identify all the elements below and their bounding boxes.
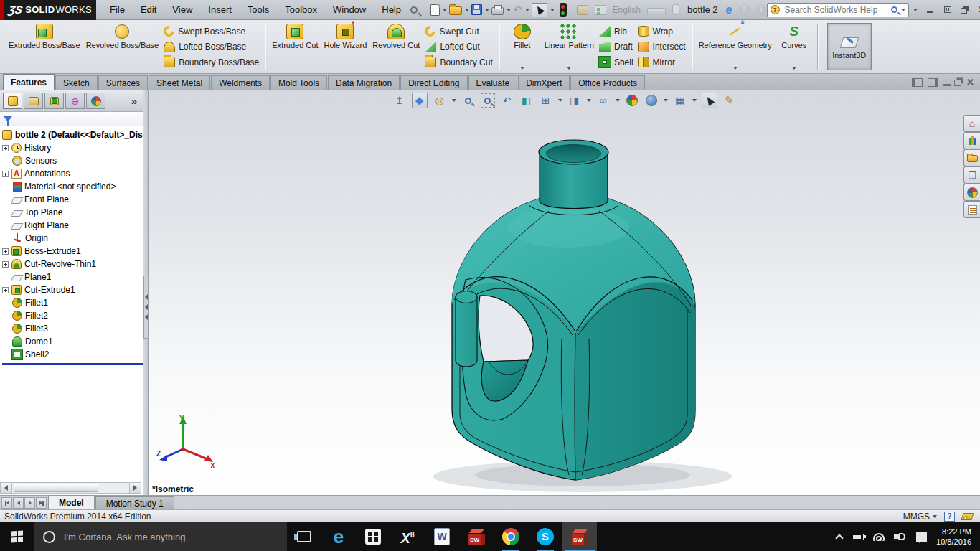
- instant3d-button[interactable]: Instant3D: [827, 23, 872, 70]
- curves-caret[interactable]: [792, 67, 796, 70]
- fillet-caret[interactable]: [520, 67, 524, 70]
- view-settings-icon[interactable]: ▦: [673, 93, 687, 108]
- tree-item-plane1[interactable]: Plane1: [2, 270, 143, 283]
- tab-features[interactable]: Features: [3, 74, 55, 90]
- resources-tab[interactable]: ⌂: [963, 115, 980, 132]
- skype-button[interactable]: S: [528, 522, 562, 551]
- tree-item-shell2[interactable]: Shell2: [2, 348, 143, 361]
- expand-toggle[interactable]: [2, 287, 9, 293]
- display-style-icon[interactable]: ◨: [567, 93, 582, 108]
- view-settings-caret[interactable]: [692, 99, 697, 102]
- edit-appearance-icon[interactable]: [625, 93, 639, 108]
- sketch-icon[interactable]: ✎: [722, 93, 737, 108]
- help-search-input[interactable]: [783, 4, 887, 16]
- panel-horizontal-scrollbar[interactable]: [0, 482, 141, 494]
- linear-pattern-caret[interactable]: [567, 67, 571, 70]
- select-dropdown-caret[interactable]: [550, 9, 555, 11]
- display-manager-tab[interactable]: [86, 93, 105, 109]
- wifi-icon[interactable]: [873, 533, 885, 541]
- traffic-light-icon[interactable]: [560, 3, 567, 17]
- view-orientation-caret[interactable]: [558, 99, 562, 102]
- cortana-input[interactable]: [62, 531, 278, 543]
- menu-view[interactable]: View: [164, 0, 200, 19]
- prev-tab-button[interactable]: [13, 497, 24, 509]
- tree-item-fillet1[interactable]: Fillet1: [2, 296, 143, 309]
- scrollbar-thumb[interactable]: [14, 484, 98, 492]
- undo-dropdown-caret[interactable]: [525, 9, 529, 11]
- close-button[interactable]: ✕: [975, 4, 980, 16]
- save-dropdown-caret[interactable]: [485, 9, 489, 11]
- tab-weldments[interactable]: Weldments: [211, 75, 270, 90]
- units-selector[interactable]: MMGS: [903, 512, 937, 522]
- rollback-bar[interactable]: [2, 363, 143, 365]
- revolved-cut-button[interactable]: Revolved Cut: [370, 22, 422, 72]
- extruded-boss-button[interactable]: Extruded Boss/Base: [6, 22, 83, 72]
- expand-toggle[interactable]: [2, 248, 9, 255]
- next-tab-button[interactable]: [24, 497, 35, 509]
- model-bottle[interactable]: [428, 123, 737, 495]
- menu-window[interactable]: Window: [325, 0, 374, 19]
- mirror-button[interactable]: Mirror: [638, 55, 686, 70]
- custom-properties-tab[interactable]: [963, 201, 980, 218]
- tag-icon[interactable]: [961, 513, 974, 520]
- hole-wizard-button[interactable]: Hole Wizard: [321, 22, 369, 72]
- configuration-manager-tab[interactable]: [44, 93, 64, 109]
- clock[interactable]: 8:22 PM 10/8/2016: [936, 527, 971, 547]
- help-search-box[interactable]: ?: [767, 3, 909, 17]
- select-tool-button[interactable]: [532, 3, 547, 17]
- reference-geometry-button[interactable]: Reference Geometry: [697, 22, 774, 72]
- doc-close-button[interactable]: ✕: [966, 78, 974, 87]
- swept-boss-button[interactable]: Swept Boss/Base: [164, 24, 259, 39]
- swept-cut-button[interactable]: Swept Cut: [425, 24, 492, 39]
- expand-toggle[interactable]: [2, 145, 9, 151]
- tab-sheet-metal[interactable]: Sheet Metal: [149, 75, 210, 90]
- save-button[interactable]: [471, 4, 482, 15]
- cortana-search-box[interactable]: [34, 522, 287, 551]
- expand-toggle[interactable]: [2, 261, 9, 268]
- dimxpert-manager-tab[interactable]: ⊕: [65, 93, 85, 109]
- rib-button[interactable]: Rib: [599, 24, 633, 39]
- cascade-button[interactable]: [958, 4, 972, 16]
- tab-sketch[interactable]: Sketch: [55, 75, 98, 90]
- tree-root[interactable]: bottle 2 (Default<<Default>_Dis: [2, 128, 143, 141]
- measure-caret[interactable]: [452, 99, 456, 102]
- toggle-left-pane-button[interactable]: [912, 78, 923, 87]
- lofted-boss-button[interactable]: Lofted Boss/Base: [164, 39, 259, 55]
- action-center-icon[interactable]: [916, 532, 927, 542]
- scroll-right-button[interactable]: [129, 483, 141, 493]
- view-cube-icon[interactable]: ◆: [412, 93, 428, 108]
- model-tab[interactable]: Model: [48, 495, 95, 509]
- open-dropdown-caret[interactable]: [465, 9, 469, 11]
- tree-item-cut-revolve-thin1[interactable]: Cut-Revolve-Thin1: [2, 258, 143, 270]
- tab-direct-editing[interactable]: Direct Editing: [400, 75, 467, 90]
- lofted-cut-button[interactable]: Lofted Cut: [425, 39, 492, 55]
- volume-icon[interactable]: [894, 532, 907, 541]
- start-button[interactable]: [0, 522, 34, 551]
- tree-item-origin[interactable]: Origin: [2, 232, 143, 245]
- first-tab-button[interactable]: [1, 497, 12, 509]
- menu-help[interactable]: Help: [374, 0, 409, 19]
- graphics-viewport[interactable]: ↥ ◆ ◎ ↶ ◧ ⊞ ◨ ∞ ▦ ✎: [149, 90, 980, 495]
- search-icon[interactable]: [891, 6, 897, 13]
- tree-item-front-plane[interactable]: Front Plane: [2, 193, 143, 206]
- section-view-icon[interactable]: ◧: [519, 93, 534, 108]
- splitter-grip[interactable]: [143, 276, 149, 339]
- scroll-left-button[interactable]: [1, 483, 12, 493]
- hide-show-items-icon[interactable]: ∞: [596, 93, 611, 108]
- tab-dimxpert[interactable]: DimXpert: [518, 75, 570, 90]
- tab-data-migration[interactable]: Data Migration: [328, 75, 400, 90]
- previous-view-icon[interactable]: ↶: [500, 93, 514, 108]
- tab-surfaces[interactable]: Surfaces: [98, 75, 148, 90]
- apply-scene-caret[interactable]: [664, 99, 668, 102]
- panel-more-chevron[interactable]: »: [131, 95, 140, 107]
- search-scope-caret[interactable]: [901, 9, 905, 11]
- task-view-button[interactable]: [287, 522, 321, 551]
- menu-file[interactable]: File: [102, 0, 133, 19]
- zoom-fit-icon[interactable]: [461, 93, 476, 108]
- view-orientation-icon[interactable]: ⊞: [539, 93, 553, 108]
- tab-mold-tools[interactable]: Mold Tools: [270, 75, 327, 90]
- toggle-right-pane-button[interactable]: [928, 78, 938, 87]
- tree-filter-row[interactable]: [0, 112, 143, 126]
- word-button[interactable]: W: [425, 522, 459, 551]
- edge-button[interactable]: e: [321, 522, 356, 551]
